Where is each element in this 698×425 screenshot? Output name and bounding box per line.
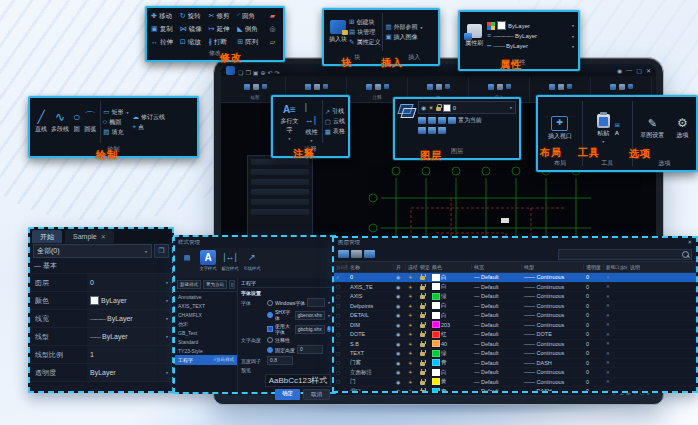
dim-style-tab[interactable]: |↔| 标注样式 [221,250,239,271]
layer-lock-icon[interactable] [418,322,430,328]
vp-freeze-icon[interactable]: ✕ [604,284,628,289]
extend-button[interactable]: ↦延伸 [209,25,238,34]
lineweight-control[interactable]: ≡ ———— ByLayer▼ [487,32,575,40]
layer-color[interactable]: 白 [430,369,472,376]
paste-button[interactable]: 粘贴▼ [595,114,612,144]
ok-button[interactable]: 确定 [275,389,300,400]
layer-properties-icon[interactable] [399,103,415,117]
text-style-tab[interactable]: A 文字样式 [199,250,217,271]
style-list-item[interactable]: TY23-Style [175,346,237,355]
scale-button[interactable]: ⊡缩放 [180,38,209,47]
mtext-button[interactable]: A≡ 多行文字▼ [276,99,303,144]
leader-style-tab[interactable]: ↗ 引线样式 [243,250,261,271]
layer-freeze-icon[interactable]: ☀ [406,303,418,309]
layer-freeze-icon[interactable]: ☀ [406,360,418,366]
set-current-style-button[interactable]: 置为当前 [203,280,227,289]
shx-font-dropdown[interactable]: gbenor.shx [295,311,325,320]
tool-mini-icon-1[interactable]: ⊞ [615,121,620,128]
match-properties-button[interactable]: 属性刷 [463,14,485,57]
layer-on-icon[interactable]: ◉ [394,312,406,318]
height-input[interactable]: 0 [297,345,323,354]
layer-color[interactable]: 40 [430,340,472,347]
layer-row[interactable]: ▢门窗◉☀青— Default—— DASH0✕ [334,359,696,369]
break-button[interactable]: ∦打断 [209,38,238,47]
layer-lock-icon[interactable] [418,341,430,347]
layer-tool-icon[interactable] [428,127,436,134]
style-list-item[interactable]: 仿宋 [175,319,237,328]
lineweight-value-dropdown[interactable]: ———ByLayer▼ [87,310,172,327]
layer-row[interactable]: ▢TEXT◉☀绿— Default—— Continuous0✕ [334,349,696,359]
vp-freeze-icon[interactable]: ✕ [604,322,628,327]
basic-section-header[interactable]: — 基本 [30,259,172,274]
create-block-button[interactable]: ⊞创建块 [349,18,380,27]
wipeout-icon[interactable]: ▱ [266,38,279,46]
layer-freeze-icon[interactable]: ☀ [406,322,418,328]
layer-freeze-icon[interactable]: ☀ [406,350,418,356]
linetype-value-dropdown[interactable]: ——ByLayer▼ [87,328,172,345]
point-button[interactable]: ⌖点 [132,123,165,132]
layer-lock-icon[interactable] [418,293,430,299]
layer-on-icon[interactable]: ◉ [394,341,406,347]
mirror-button[interactable]: ⋈镜像 [180,25,209,34]
layer-row[interactable]: ▢Defpoints◉☀白— Default—— Continuous0✕ [334,302,696,312]
layer-freeze-icon[interactable]: ☀ [406,284,418,290]
linear-dimension-button[interactable]: |↔| 线性▼ [303,99,320,144]
tab-close-icon[interactable]: ✕ [101,233,106,240]
style-list-item[interactable]: Annotative [175,292,237,301]
move-button[interactable]: ✚移动 [151,12,180,21]
layer-row[interactable]: ▢DOTE◉☀红— Default—— DOTE0✕ [334,330,696,340]
layer-color[interactable]: 青 [430,388,472,391]
layer-lock-icon[interactable] [418,274,430,280]
insert-block-button[interactable]: 插入块 [327,12,349,52]
layer-color[interactable]: 黄 [430,378,472,385]
new-layer-icon[interactable] [338,250,349,258]
layer-color[interactable]: 白 [430,283,472,290]
style-list-item-current[interactable]: 工程字√当前样式 [175,355,237,365]
style-list-item[interactable]: GB_Text [175,328,237,337]
layer-row[interactable]: ▢洞口◉☀青— Default—— DASH0✕ [334,387,696,391]
array-button[interactable]: ⊞阵列 [237,38,266,47]
layer-color[interactable]: 白 [430,312,472,319]
vp-freeze-icon[interactable]: ✕ [604,275,628,280]
insert-viewport-button[interactable]: ✚ 插入视口 [546,116,574,141]
cloud-button[interactable]: ▢云线 [325,117,345,126]
layer-color[interactable]: 青 [430,359,472,366]
xref-button[interactable]: ▥外部参照▼ [385,23,423,32]
windows-font-radio[interactable] [267,300,273,306]
layer-on-icon[interactable]: ◉ [394,274,406,280]
delete-layer-icon[interactable] [351,250,362,258]
layer-dropdown[interactable]: ◉ ☀ 0 ▼ [418,101,516,114]
layer-freeze-icon[interactable]: ☀ [406,331,418,337]
layer-row[interactable]: ▢AXIS_TE◉☀白— Default—— Continuous0✕ [334,283,696,293]
layer-tool-icon[interactable] [438,127,446,134]
layer-color[interactable]: 白 [430,302,472,309]
donut-icon[interactable]: ◎ [266,25,279,33]
layer-freeze-icon[interactable]: ☀ [406,379,418,385]
layer-lock-icon[interactable] [418,331,430,337]
fixed-height-radio[interactable] [267,347,273,353]
vp-freeze-icon[interactable]: ✕ [604,294,628,299]
selection-filter-dropdown[interactable]: 全部(0)▼ [33,244,152,258]
start-tab[interactable]: 开始 [32,230,62,243]
transparency-value-dropdown[interactable]: ByLayer▼ [87,364,172,381]
layer-on-icon[interactable]: ◉ [394,293,406,299]
layer-lock-icon[interactable] [418,360,430,366]
leader-button[interactable]: ↗引线 [325,107,345,116]
layer-tool-icon[interactable] [448,117,456,124]
layer-lock-icon[interactable] [418,350,430,356]
color-value-dropdown[interactable]: ByLayer▼ [87,292,172,309]
attribute-define-button[interactable]: ✎属性定义 [349,38,380,47]
insert-image-button[interactable]: ▣插入图像 [385,33,423,42]
layer-row[interactable]: ▢立面标注◉☀白— Default—— Continuous0✕ [334,368,696,378]
layer-states-icon[interactable] [364,250,375,258]
new-style-button[interactable]: 新建样式 [177,280,201,289]
ellipse-button[interactable]: ○椭圆 [103,118,129,127]
windows-font-dropdown[interactable] [307,298,325,307]
vp-freeze-icon[interactable]: ✕ [604,313,628,318]
layer-color[interactable]: 绿 [430,293,472,300]
layer-freeze-icon[interactable]: ☀ [406,293,418,299]
set-current-layer-button[interactable]: 置为当前 [458,116,482,125]
layer-tool-icon[interactable] [418,117,426,124]
bigfont-dropdown[interactable]: gbcbig.shx [295,325,325,334]
vp-freeze-icon[interactable]: ✕ [604,351,628,356]
